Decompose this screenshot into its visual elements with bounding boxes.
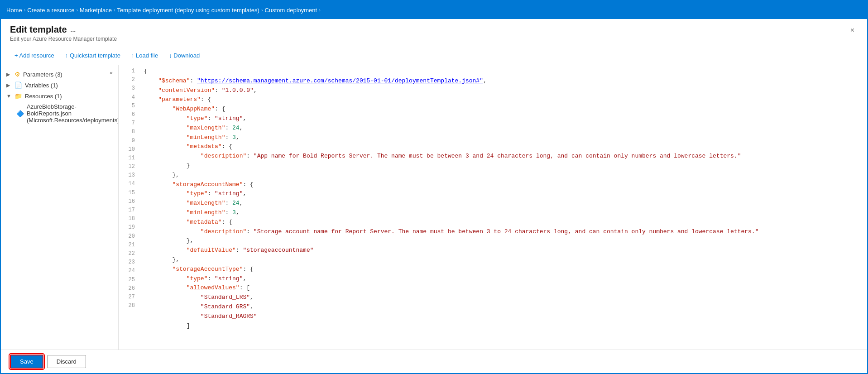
code-line-11: }	[144, 161, 867, 171]
line-num-6: 6	[119, 110, 135, 119]
breadcrumb-sep-2: ›	[76, 7, 78, 13]
discard-button[interactable]: Discard	[47, 355, 86, 368]
code-line-12: },	[144, 171, 867, 180]
sidebar-resources-label: Resources (1)	[25, 93, 62, 100]
code-line-14: "type": "string",	[144, 189, 867, 199]
quickstart-template-button[interactable]: ↑ Quickstart template	[61, 50, 125, 61]
code-line-6: "type": "string",	[144, 114, 867, 124]
vars-icon: 📄	[14, 82, 22, 89]
line-num-25: 25	[119, 276, 135, 284]
resource-item-icon: 🔷	[16, 110, 24, 117]
code-line-17: "metadata": {	[144, 218, 867, 227]
page-title-text: Edit template	[10, 24, 67, 35]
breadcrumb-create-resource[interactable]: Create a resource	[27, 7, 74, 14]
breadcrumb-sep-5: ›	[319, 7, 321, 13]
load-file-button[interactable]: ↑ Load file	[127, 50, 163, 61]
sidebar-parameters-label: Parameters (3)	[23, 71, 62, 78]
code-editor[interactable]: 1 2 3 4 5 6 7 8 9 10 11 12 13 14 15 16 1…	[119, 65, 867, 350]
line-num-4: 4	[119, 93, 135, 102]
sidebar: « ▶ ⚙ Parameters (3) ▶ 📄 Variables (1) ▼…	[1, 65, 119, 350]
line-num-12: 12	[119, 163, 135, 171]
breadcrumb-sep-3: ›	[114, 7, 115, 13]
code-line-28: ]	[144, 321, 867, 331]
code-line-16: "minLength": 3,	[144, 208, 867, 218]
line-num-8: 8	[119, 128, 135, 136]
add-resource-button[interactable]: + Add resource	[10, 50, 59, 61]
line-num-15: 15	[119, 189, 135, 197]
page-header: Edit template ... Edit your Azure Resour…	[1, 19, 867, 46]
line-num-19: 19	[119, 223, 135, 232]
line-num-5: 5	[119, 102, 135, 110]
breadcrumb-template-deployment[interactable]: Template deployment (deploy using custom…	[117, 7, 259, 14]
top-nav: Home › Create a resource › Marketplace ›…	[1, 1, 867, 19]
params-icon: ⚙	[14, 71, 20, 78]
line-num-11: 11	[119, 154, 135, 163]
code-line-27: "Standard_RAGRS"	[144, 312, 867, 321]
line-num-21: 21	[119, 241, 135, 249]
code-line-9: "metadata": {	[144, 142, 867, 152]
line-num-17: 17	[119, 206, 135, 215]
code-line-21: },	[144, 255, 867, 265]
breadcrumb-custom-deployment[interactable]: Custom deployment	[265, 7, 317, 14]
code-line-3: "contentVersion": "1.0.0.0",	[144, 86, 867, 96]
code-line-22: "storageAccountType": {	[144, 265, 867, 274]
code-line-13: "storageAccountName": {	[144, 180, 867, 190]
line-num-9: 9	[119, 137, 135, 145]
close-button[interactable]: ×	[847, 24, 858, 36]
code-line-26: "Standard_GRS",	[144, 302, 867, 312]
code-line-1: {	[144, 67, 867, 77]
breadcrumb: Home › Create a resource › Marketplace ›…	[6, 7, 321, 14]
load-file-label: ↑ Load file	[131, 52, 158, 59]
line-num-26: 26	[119, 284, 135, 293]
footer: Save Discard	[1, 350, 867, 373]
line-num-20: 20	[119, 232, 135, 241]
code-line-2: "$schema": "https://schema.management.az…	[144, 77, 867, 86]
page-subtitle: Edit your Azure Resource Manager templat…	[10, 36, 117, 42]
quickstart-label: ↑ Quickstart template	[65, 52, 120, 59]
breadcrumb-home[interactable]: Home	[6, 7, 22, 14]
expand-icon-parameters: ▶	[6, 72, 12, 77]
sidebar-item-variables[interactable]: ▶ 📄 Variables (1)	[1, 80, 118, 91]
line-num-24: 24	[119, 267, 135, 275]
save-button[interactable]: Save	[10, 355, 43, 369]
line-num-2: 2	[119, 76, 135, 84]
line-num-7: 7	[119, 119, 135, 128]
code-line-4: "parameters": {	[144, 95, 867, 105]
expand-icon-variables: ▶	[6, 82, 12, 88]
code-line-10: "description": "App name for Bold Report…	[144, 152, 867, 161]
line-num-1: 1	[119, 67, 135, 76]
line-num-13: 13	[119, 171, 135, 180]
sidebar-item-resource-item[interactable]: 🔷 AzureBlobStorage-BoldReports.json (Mic…	[1, 101, 118, 125]
sidebar-collapse-button[interactable]: «	[108, 69, 115, 77]
download-label: ↓ Download	[169, 52, 200, 59]
line-num-22: 22	[119, 249, 135, 258]
sidebar-item-parameters[interactable]: ▶ ⚙ Parameters (3)	[1, 69, 118, 80]
line-num-14: 14	[119, 180, 135, 188]
line-num-23: 23	[119, 258, 135, 267]
code-line-24: "allowedValues": [	[144, 283, 867, 293]
breadcrumb-marketplace[interactable]: Marketplace	[80, 7, 112, 14]
toolbar: + Add resource ↑ Quickstart template ↑ L…	[1, 46, 867, 65]
code-line-20: "defaultValue": "storageaccountname"	[144, 246, 867, 255]
code-line-19: },	[144, 236, 867, 246]
line-num-10: 10	[119, 145, 135, 154]
sidebar-item-resources[interactable]: ▼ 📁 Resources (1)	[1, 91, 118, 101]
line-num-27: 27	[119, 293, 135, 302]
breadcrumb-sep-1: ›	[24, 7, 26, 13]
code-line-8: "minLength": 3,	[144, 133, 867, 143]
line-numbers: 1 2 3 4 5 6 7 8 9 10 11 12 13 14 15 16 1…	[119, 67, 140, 331]
line-num-16: 16	[119, 197, 135, 206]
expand-icon-resources: ▼	[6, 93, 12, 99]
more-options-btn[interactable]: ...	[71, 26, 76, 34]
code-line-25: "Standard_LRS",	[144, 293, 867, 302]
code-line-23: "type": "string",	[144, 274, 867, 284]
resources-icon: 📁	[14, 92, 22, 100]
code-line-15: "maxLength": 24,	[144, 199, 867, 208]
line-num-18: 18	[119, 215, 135, 223]
sidebar-variables-label: Variables (1)	[25, 82, 58, 89]
download-button[interactable]: ↓ Download	[164, 50, 204, 61]
line-num-3: 3	[119, 84, 135, 93]
code-content: { "$schema": "https://schema.management.…	[140, 67, 867, 331]
sidebar-resource-item-label: AzureBlobStorage-BoldReports.json (Micro…	[27, 103, 119, 124]
breadcrumb-sep-4: ›	[261, 7, 263, 13]
